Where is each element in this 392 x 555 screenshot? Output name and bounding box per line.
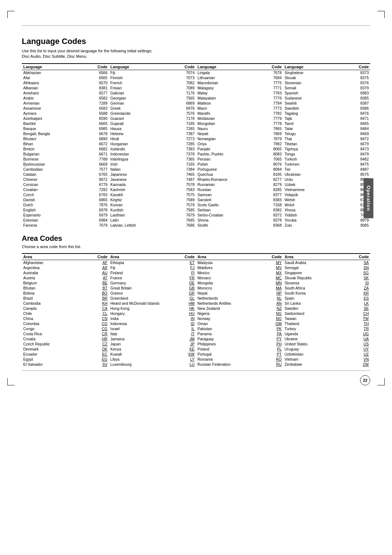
language-row: Tigrinya8473: [283, 146, 370, 151]
area-name: Vietnam: [285, 357, 360, 361]
language-code: 9072: [95, 177, 107, 182]
language-codes-title: Language Codes: [22, 37, 370, 46]
language-code: 7273: [182, 137, 195, 141]
language-name: Portuguese: [197, 167, 269, 171]
area-row: UkraineUA: [283, 336, 370, 341]
language-row: Volapük8679: [283, 192, 370, 197]
language-code: 7082: [182, 81, 195, 85]
area-name: Brazil: [23, 296, 98, 300]
language-row: Rumanian8279: [196, 182, 283, 187]
area-code: AR: [98, 266, 107, 270]
area-name: Hungary: [110, 311, 185, 316]
language-row: Kirghiz7589: [109, 197, 196, 202]
area-name: Slovenia: [285, 281, 360, 285]
area-name: Bhutan: [23, 286, 98, 290]
lang-header-1: Language: [23, 65, 98, 69]
language-name: Catalan: [23, 172, 95, 177]
area-row: Russian FederationRU: [196, 362, 283, 367]
code-header-4: Code: [359, 65, 369, 69]
area-code: TR: [360, 327, 369, 331]
language-code: 7265: [182, 126, 195, 131]
area-code: GR: [185, 291, 195, 295]
language-row: Finnish7073: [109, 75, 196, 80]
language-row: Tatar8484: [283, 126, 370, 131]
language-name: Italian: [110, 167, 182, 171]
language-row: Georgian7565: [109, 96, 196, 101]
corner-mark-tl: [7, 11, 15, 18]
area-code-header-1: Code: [98, 255, 108, 259]
area-name: Libya: [110, 357, 185, 361]
language-row: Icelandic7383: [109, 146, 196, 151]
area-code: IT: [185, 332, 195, 336]
area-name: Malaysia: [197, 260, 273, 265]
area-row: AustraliaAU: [22, 270, 109, 275]
area-code: PA: [273, 332, 282, 336]
language-code: 8575: [356, 172, 369, 177]
language-row: Malagasy7771: [196, 85, 283, 90]
language-row: Armenian7289: [22, 101, 109, 106]
language-code: 7178: [182, 116, 195, 121]
area-name: Paraguay: [197, 337, 273, 341]
language-row: Byelorussian6669: [22, 162, 109, 167]
language-row: Corsican6779: [22, 182, 109, 187]
area-code: NP: [273, 291, 282, 295]
area-code: ET: [185, 260, 195, 265]
area-row: CanadaCA: [22, 306, 109, 311]
area-name: Ethiopia: [110, 260, 185, 265]
area-code: MA: [273, 286, 282, 290]
area-name: Poland: [197, 347, 273, 351]
language-code: 7779: [269, 116, 282, 121]
language-code: 7869: [269, 131, 282, 136]
language-row: Malayalam7776: [196, 96, 283, 101]
area-row: SingaporeSG: [283, 270, 370, 275]
area-code: CZ: [98, 342, 107, 346]
language-row: Ukrainian8575: [283, 172, 370, 177]
area-row: IndonesiaID: [109, 321, 196, 326]
language-row: Breton6682: [22, 146, 109, 151]
area-code: PT: [273, 352, 282, 356]
language-row: Oriya7982: [196, 141, 283, 146]
area-code: UA: [360, 337, 369, 341]
language-name: Nauru: [197, 126, 269, 131]
language-name: Marathi: [197, 111, 269, 116]
language-row: Albanian8381: [22, 85, 109, 90]
area-row: BelgiumBE: [22, 280, 109, 285]
area-code: GB: [185, 286, 195, 290]
area-row: BhutanBT: [22, 285, 109, 291]
language-code: 7384: [182, 167, 195, 171]
area-name: Netherlands: [197, 296, 273, 300]
language-row: Danish6865: [22, 197, 109, 202]
language-row: Scots Gaelic7168: [196, 202, 283, 207]
language-code: 8365: [269, 198, 282, 202]
language-name: Twi: [285, 167, 356, 171]
language-name: Turkmen: [285, 162, 356, 166]
language-code: 6665: [95, 121, 107, 126]
area-name: Croatia: [23, 337, 98, 341]
area-code: ID: [185, 321, 195, 326]
area-code: SI: [360, 281, 369, 285]
language-code: 8379: [356, 86, 369, 90]
bottom-border: [22, 370, 370, 371]
area-code: ZW: [360, 362, 369, 366]
area-name: Austria: [23, 276, 98, 280]
language-name: Malay: [197, 91, 269, 95]
language-name: Bulgarian: [23, 152, 95, 156]
lang-col-2-rows: Fiji7074Finnish7073French7082Frisian7089…: [109, 70, 196, 228]
language-name: Serbo-Croatian: [197, 213, 269, 217]
area-name: Turkey: [285, 327, 360, 331]
area-row: Czech RepublicCZ: [22, 341, 109, 347]
language-code: 7285: [182, 142, 195, 146]
area-code: CN: [98, 316, 107, 321]
language-code: 7782: [269, 111, 282, 116]
area-row: UruguayUY: [283, 347, 370, 352]
corner-mark-tr: [377, 11, 385, 18]
language-name: Quechua: [197, 172, 269, 177]
language-col-3: Language Code Lingala7678Lithuanian7684M…: [196, 63, 283, 228]
language-row: Afar6565: [22, 75, 109, 80]
language-name: Malagasy: [197, 86, 269, 90]
language-name: Rhaeto-Romance: [197, 177, 269, 182]
language-name: Panjabi: [197, 147, 269, 151]
area-row: UgandaUG: [283, 331, 370, 336]
language-code: 6590: [95, 116, 107, 121]
language-name: Fiji: [110, 70, 182, 75]
